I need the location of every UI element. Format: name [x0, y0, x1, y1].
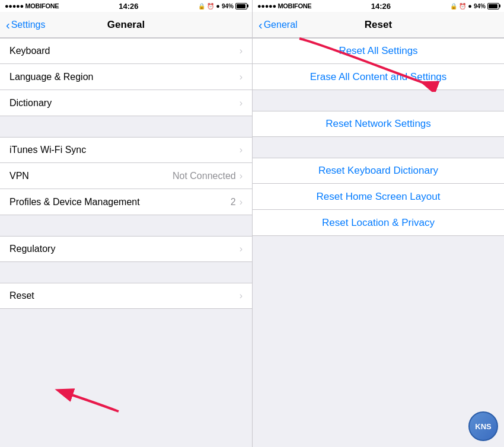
nav-bar-left: ‹ Settings General	[0, 12, 252, 38]
back-button-left[interactable]: ‹ Settings	[6, 19, 45, 31]
reset-all-settings-row[interactable]: Reset All Settings	[253, 38, 504, 64]
battery-icon-r	[487, 3, 499, 9]
chevron-right-icon: ›	[240, 290, 243, 301]
chevron-right-icon: ›	[240, 171, 243, 181]
reset-group-3: Reset Keyboard Dictionary Reset Home Scr…	[253, 158, 504, 236]
dictionary-row[interactable]: Dictionary ›	[0, 90, 252, 116]
keyboard-label: Keyboard	[9, 46, 240, 56]
lock-icon: 🔒	[198, 3, 205, 9]
separator-3	[0, 262, 252, 283]
regulatory-row[interactable]: Regulatory ›	[0, 236, 252, 262]
reset-keyboard-dictionary-row[interactable]: Reset Keyboard Dictionary	[253, 158, 504, 184]
regulatory-label: Regulatory	[9, 244, 240, 254]
back-label-left[interactable]: Settings	[11, 20, 46, 30]
keyboard-row[interactable]: Keyboard ›	[0, 38, 252, 64]
kns-watermark: KNS	[468, 411, 498, 441]
reset-location-privacy-row[interactable]: Reset Location & Privacy	[253, 210, 504, 236]
battery-text: 94%	[222, 3, 234, 9]
reset-group-1: Reset All Settings Erase All Content and…	[253, 38, 504, 90]
nav-bar-right: ‹ General Reset	[253, 12, 504, 38]
group-3: Regulatory ›	[0, 236, 252, 262]
chevron-right-icon: ›	[240, 98, 243, 108]
vpn-row[interactable]: VPN Not Connected ›	[0, 163, 252, 189]
reset-home-screen-layout-label: Reset Home Screen Layout	[262, 191, 495, 203]
itunes-wifi-sync-label: iTunes Wi-Fi Sync	[9, 145, 240, 155]
dictionary-label: Dictionary	[9, 98, 240, 108]
chevron-right-icon: ›	[240, 197, 243, 207]
vpn-label: VPN	[9, 171, 173, 181]
vpn-value: Not Connected	[173, 171, 236, 181]
nav-title-left: General	[107, 19, 145, 31]
status-icons-right: 🔒 ⏰ ● 94%	[450, 2, 499, 9]
language-region-label: Language & Region	[9, 72, 240, 82]
reset-separator-2	[253, 137, 504, 158]
status-bar-left: ●●●●● MOBIFONE 14:26 🔒 ⏰ ● 94%	[0, 0, 252, 12]
chevron-right-icon: ›	[240, 244, 243, 254]
settings-list-left: Keyboard › Language & Region › Dictionar…	[0, 38, 252, 447]
separator-2	[0, 215, 252, 236]
separator-1	[0, 116, 252, 137]
time-right: 14:26	[371, 2, 391, 11]
reset-home-screen-layout-row[interactable]: Reset Home Screen Layout	[253, 184, 504, 210]
carrier-left: ●●●●● MOBIFONE	[5, 2, 59, 9]
back-button-right[interactable]: ‹ General	[259, 19, 298, 31]
reset-network-settings-row[interactable]: Reset Network Settings	[253, 111, 504, 137]
alarm-icon-r: ⏰	[459, 3, 466, 9]
group-4: Reset ›	[0, 283, 252, 309]
time-left: 14:26	[119, 2, 138, 11]
chevron-left-icon-r: ‹	[259, 19, 263, 31]
wifi-icon: ●	[216, 2, 220, 9]
status-bar-right: ●●●●● MOBIFONE 14:26 🔒 ⏰ ● 94%	[253, 0, 504, 12]
carrier-right: ●●●●● MOBIFONE	[257, 2, 311, 9]
language-region-row[interactable]: Language & Region ›	[0, 64, 252, 90]
chevron-right-icon: ›	[240, 72, 243, 82]
chevron-right-icon: ›	[240, 46, 243, 56]
reset-list: Reset All Settings Erase All Content and…	[253, 38, 504, 447]
reset-row[interactable]: Reset ›	[0, 283, 252, 309]
reset-network-settings-label: Reset Network Settings	[262, 118, 495, 130]
back-label-right[interactable]: General	[264, 20, 298, 30]
itunes-wifi-sync-row[interactable]: iTunes Wi-Fi Sync ›	[0, 137, 252, 163]
group-1: Keyboard › Language & Region › Dictionar…	[0, 38, 252, 116]
lock-icon-r: 🔒	[450, 3, 457, 9]
profiles-device-row[interactable]: Profiles & Device Management 2 ›	[0, 189, 252, 215]
wifi-icon-r: ●	[468, 2, 472, 9]
profiles-device-label: Profiles & Device Management	[9, 197, 231, 207]
reset-all-settings-label: Reset All Settings	[262, 45, 495, 57]
reset-group-2: Reset Network Settings	[253, 111, 504, 137]
profiles-badge: 2	[231, 197, 236, 207]
group-2: iTunes Wi-Fi Sync › VPN Not Connected › …	[0, 137, 252, 215]
reset-separator-1	[253, 90, 504, 111]
reset-label: Reset	[9, 290, 240, 301]
battery-text-r: 94%	[474, 3, 486, 9]
chevron-right-icon: ›	[240, 145, 243, 155]
reset-location-privacy-label: Reset Location & Privacy	[262, 217, 495, 229]
chevron-left-icon: ‹	[6, 19, 10, 31]
battery-icon	[235, 3, 247, 9]
alarm-icon: ⏰	[207, 3, 214, 9]
reset-keyboard-dictionary-label: Reset Keyboard Dictionary	[262, 165, 495, 177]
erase-all-content-row[interactable]: Erase All Content and Settings	[253, 64, 504, 90]
nav-title-right: Reset	[365, 19, 392, 31]
status-icons-left: 🔒 ⏰ ● 94%	[198, 2, 247, 9]
erase-all-content-label: Erase All Content and Settings	[262, 71, 495, 83]
